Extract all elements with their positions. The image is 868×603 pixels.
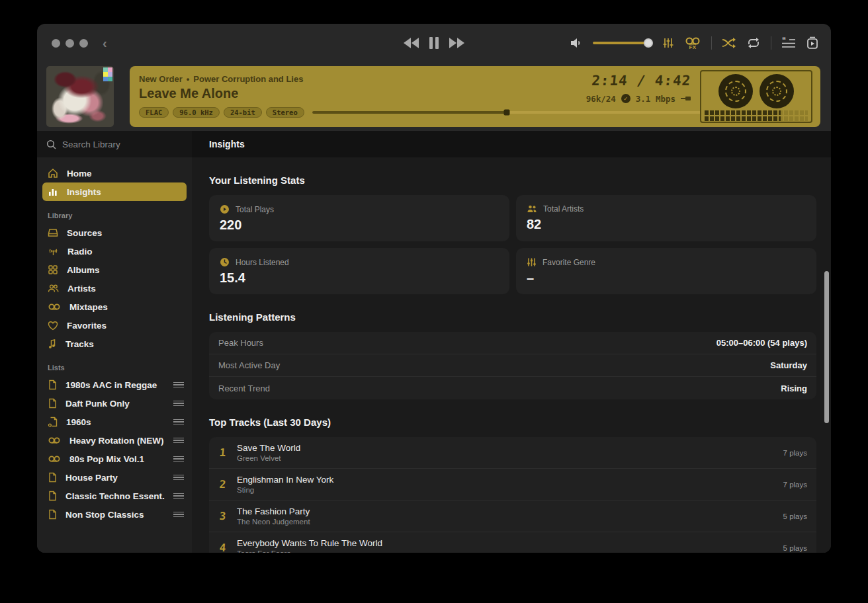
now-playing-banner: New Order•Power Corruption and Lies Leav… bbox=[130, 66, 820, 127]
titlebar-right-controls: FX “ bbox=[570, 36, 819, 50]
sidebar-item-artists[interactable]: Artists bbox=[37, 279, 192, 298]
track-artist: Green Velvet bbox=[237, 454, 774, 462]
divider bbox=[771, 36, 771, 50]
sidebar-item-home[interactable]: Home bbox=[42, 164, 187, 182]
window-controls[interactable] bbox=[52, 39, 88, 48]
sidebar-item-favorites[interactable]: Favorites bbox=[37, 316, 192, 335]
format-badges: FLAC 96.0 kHz 24-bit Stereo bbox=[139, 107, 304, 118]
drag-handle-icon[interactable] bbox=[173, 382, 184, 388]
track-row[interactable]: 4 Everybody Wants To Rule The WorldTears… bbox=[209, 532, 816, 553]
smart-playlist-icon bbox=[48, 417, 58, 427]
channels-badge: Stereo bbox=[266, 107, 304, 118]
sidebar-list-item[interactable]: Daft Punk Only bbox=[37, 394, 192, 413]
track-rank: 1 bbox=[218, 446, 228, 459]
scrollbar[interactable] bbox=[824, 271, 829, 423]
drag-handle-icon[interactable] bbox=[173, 419, 184, 425]
track-row[interactable]: 3 The Fashion PartyThe Neon Judgement 5 … bbox=[209, 501, 816, 532]
track-plays: 5 plays bbox=[783, 544, 807, 552]
sidebar-list-item[interactable]: House Party bbox=[37, 468, 192, 487]
equalizer-icon[interactable] bbox=[662, 37, 674, 49]
track-artist: Tears For Fears bbox=[237, 549, 774, 553]
back-icon[interactable]: ‹ bbox=[103, 36, 107, 50]
lyrics-icon[interactable]: “ bbox=[781, 37, 796, 49]
track-row[interactable]: 1 Save The WorldGreen Velvet 7 plays bbox=[209, 437, 816, 469]
playlist-file-icon bbox=[48, 398, 57, 409]
seek-knob[interactable] bbox=[504, 109, 510, 115]
repeat-icon[interactable] bbox=[746, 37, 761, 49]
track-artist: The Neon Judgement bbox=[237, 518, 774, 526]
drag-handle-icon[interactable] bbox=[173, 456, 184, 462]
sidebar-list-item[interactable]: Non Stop Classics bbox=[37, 505, 192, 524]
main-content: Insights Your Listening Stats Total Play… bbox=[192, 131, 831, 553]
sidebar-list-item[interactable]: 80s Pop Mix Vol.1 bbox=[37, 450, 192, 468]
people-icon bbox=[48, 283, 59, 294]
cassette-icon bbox=[48, 436, 61, 445]
pattern-row: Most Active Day Saturday bbox=[209, 354, 816, 377]
cassette-reel-right bbox=[760, 74, 794, 108]
sidebar-item-sources[interactable]: Sources bbox=[37, 223, 192, 242]
now-playing-bar: New Order•Power Corruption and Lies Leav… bbox=[37, 62, 831, 131]
track-rank: 4 bbox=[218, 542, 228, 553]
bar-chart-icon bbox=[48, 186, 58, 197]
seek-bar[interactable] bbox=[312, 111, 722, 114]
time-display: 2:14 / 4:42 bbox=[586, 73, 691, 89]
heart-icon bbox=[48, 321, 58, 331]
track-plays: 5 plays bbox=[783, 512, 807, 520]
sidebar-list-item[interactable]: Heavy Rotation (NEW) bbox=[37, 431, 192, 450]
sidebar-list-item[interactable]: 1960s bbox=[37, 413, 192, 431]
sidebar-item-tracks[interactable]: Tracks bbox=[37, 335, 192, 353]
faders-icon bbox=[527, 257, 537, 267]
output-plug-icon bbox=[681, 97, 691, 100]
library-section-label: Library bbox=[37, 201, 192, 223]
fast-forward-button[interactable] bbox=[449, 38, 464, 48]
play-queue-icon[interactable] bbox=[806, 36, 819, 50]
rewind-button[interactable] bbox=[404, 38, 419, 48]
quality-readout: 96k/24 bbox=[586, 94, 616, 104]
track-title: Everybody Wants To Rule The World bbox=[237, 538, 774, 548]
playlist-file-icon bbox=[48, 472, 57, 483]
track-rank: 2 bbox=[218, 478, 228, 491]
drag-handle-icon[interactable] bbox=[173, 493, 184, 499]
grid-icon bbox=[48, 264, 58, 275]
drag-handle-icon[interactable] bbox=[173, 438, 184, 444]
sidebar-item-insights[interactable]: Insights bbox=[42, 182, 187, 201]
track-rank: 3 bbox=[218, 510, 228, 522]
sidebar-list-item[interactable]: Classic Techno Essent... bbox=[37, 487, 192, 505]
format-badge: FLAC bbox=[139, 107, 169, 118]
bitrate-readout: 3.1 Mbps bbox=[636, 94, 675, 104]
volume-knob[interactable] bbox=[644, 38, 653, 48]
drag-handle-icon[interactable] bbox=[173, 475, 184, 481]
shuffle-icon[interactable] bbox=[722, 37, 736, 49]
album-name[interactable]: Power Corruption and Lies bbox=[193, 74, 303, 84]
transport-controls bbox=[404, 37, 464, 49]
album-art[interactable] bbox=[46, 66, 114, 127]
titlebar: ‹ FX bbox=[37, 24, 831, 62]
track-row[interactable]: 2 Englishman In New YorkSting 7 plays bbox=[209, 469, 816, 501]
drag-handle-icon[interactable] bbox=[173, 512, 184, 518]
pattern-row: Recent Trend Rising bbox=[209, 377, 816, 399]
drag-handle-icon[interactable] bbox=[173, 401, 184, 407]
pause-button[interactable] bbox=[429, 37, 439, 49]
cassette-level-meter bbox=[705, 110, 808, 121]
sidebar-item-mixtapes[interactable]: Mixtapes bbox=[37, 298, 192, 316]
pattern-row: Peak Hours 05:00–06:00 (54 plays) bbox=[209, 332, 816, 354]
play-circle-icon bbox=[220, 204, 230, 214]
sidebar-item-albums[interactable]: Albums bbox=[37, 261, 192, 279]
fx-cassette-icon[interactable]: FX bbox=[684, 36, 701, 50]
minimize-window-button[interactable] bbox=[65, 39, 74, 48]
artist-name[interactable]: New Order bbox=[139, 74, 183, 84]
sidebar-item-radio[interactable]: Radio bbox=[37, 242, 192, 261]
volume-slider[interactable] bbox=[593, 42, 652, 44]
clock-icon bbox=[220, 257, 230, 267]
track-artist: Sting bbox=[237, 486, 774, 494]
close-window-button[interactable] bbox=[52, 39, 60, 48]
sidebar-list-item[interactable]: 1980s AAC in Reggae bbox=[37, 376, 192, 394]
stat-card-favorite-genre: Favorite Genre – bbox=[516, 248, 816, 294]
cassette-icon bbox=[48, 302, 61, 311]
divider bbox=[711, 36, 712, 50]
stats-section-title: Your Listening Stats bbox=[209, 175, 816, 186]
search-input[interactable]: Search Library bbox=[37, 131, 192, 157]
volume-icon[interactable] bbox=[570, 37, 583, 49]
stat-card-total-artists: Total Artists 82 bbox=[516, 195, 816, 241]
zoom-window-button[interactable] bbox=[79, 39, 88, 48]
